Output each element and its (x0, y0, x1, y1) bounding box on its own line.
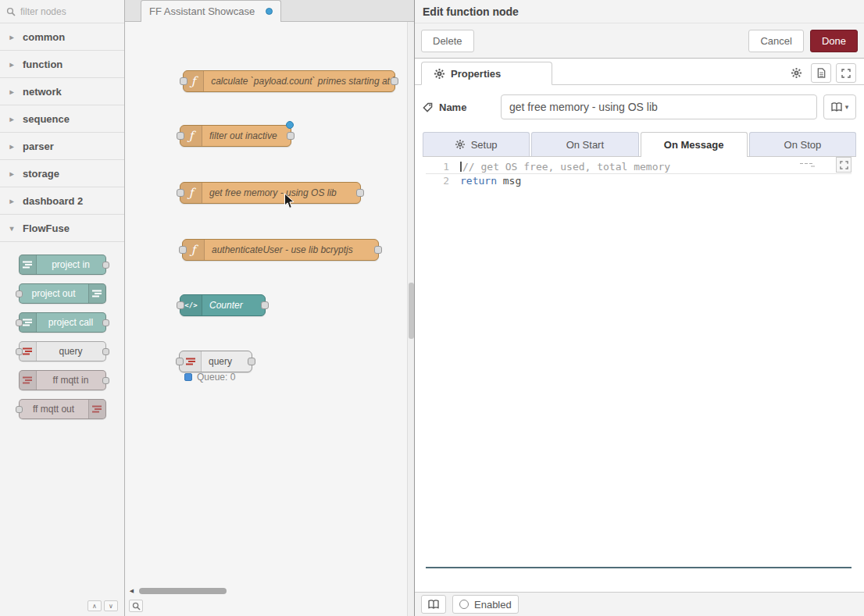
palette-node-label: project call (37, 313, 105, 332)
node-output-port[interactable] (102, 377, 109, 384)
chevron-right-icon: ▸ (8, 142, 16, 151)
palette-category-dashboard2[interactable]: ▸dashboard 2 (0, 187, 124, 215)
library-button[interactable] (421, 595, 446, 614)
expand-editor-button[interactable] (836, 63, 856, 83)
book-icon (831, 102, 842, 112)
flow-node-counter[interactable]: </> Counter (180, 294, 266, 316)
vertical-scrollbar-thumb[interactable] (409, 283, 414, 339)
category-label: common (23, 31, 65, 43)
node-name-input[interactable] (501, 94, 817, 119)
cancel-button[interactable]: Cancel (748, 30, 803, 52)
palette-category-function[interactable]: ▸function (0, 51, 124, 78)
workspace-search-button[interactable] (129, 600, 143, 612)
gear-icon (434, 69, 444, 79)
scroll-left-button[interactable]: ◀ (127, 586, 137, 595)
flow-tab-ff-assistant-showcase[interactable]: FF Assistant Showcase (141, 0, 281, 22)
delete-button[interactable]: Delete (421, 30, 474, 52)
category-label: function (23, 59, 62, 70)
node-modified-indicator (286, 121, 294, 129)
node-output-port[interactable] (102, 262, 109, 269)
node-input-port[interactable] (180, 77, 187, 85)
flow-node-label: calculate `payload.count` primes startin… (204, 71, 395, 91)
node-input-port[interactable] (176, 358, 184, 365)
node-input-port[interactable] (16, 348, 23, 355)
palette-node-project-in[interactable]: project in (19, 255, 106, 275)
tab-properties[interactable]: Properties (421, 62, 552, 85)
palette-node-query[interactable]: query (19, 341, 106, 361)
palette-category-storage[interactable]: ▸storage (0, 160, 124, 187)
flow-node-label: Counter (202, 295, 250, 315)
code-editor[interactable]: 1 // get OS free, used, total memory 2 r… (426, 157, 852, 568)
node-input-port[interactable] (16, 406, 23, 413)
code-line: 2 return msg (426, 174, 852, 188)
palette-category-sequence[interactable]: ▸sequence (0, 105, 124, 133)
node-input-port[interactable] (177, 132, 184, 140)
text-cursor (460, 162, 462, 172)
palette-category-network[interactable]: ▸network (0, 78, 124, 105)
flow-node-filter-out-inactive[interactable]: ƒ filter out inactive (180, 125, 291, 147)
node-output-port[interactable] (287, 132, 295, 140)
palette-node-ff-mqtt-out[interactable]: ff mqtt out (19, 399, 106, 419)
status-text: Queue: 0 (197, 372, 235, 383)
node-output-port[interactable] (102, 319, 109, 326)
toggle-circle-icon (459, 600, 469, 609)
palette-category-common[interactable]: ▸common (0, 23, 124, 51)
node-settings-button[interactable] (786, 63, 806, 83)
expand-all-categories-button[interactable]: ∨ (104, 600, 118, 611)
flow-node-label: authenticateUser - use lib bcryptjs (205, 240, 360, 260)
flowfuse-stripes-icon (20, 255, 37, 274)
node-output-port[interactable] (102, 348, 109, 355)
library-dropdown-button[interactable]: ▾ (823, 94, 856, 119)
flow-node-query[interactable]: query (179, 351, 252, 372)
node-help-button[interactable] (811, 63, 831, 83)
node-red-editor: ▸common ▸function ▸network ▸sequence ▸pa… (0, 0, 864, 616)
category-label: storage (23, 168, 59, 180)
palette-node-label: ff mqtt out (20, 400, 88, 418)
line-number: 1 (426, 160, 460, 173)
chevron-right-icon: ▸ (8, 197, 16, 205)
workspace-tab-bar: FF Assistant Showcase (125, 0, 414, 22)
palette-node-project-call[interactable]: project call (19, 312, 106, 333)
node-output-port[interactable] (261, 301, 269, 309)
node-output-port[interactable] (374, 246, 382, 254)
node-output-port[interactable] (356, 189, 364, 197)
flow-node-calculate-primes[interactable]: ƒ calculate `payload.count` primes start… (183, 70, 395, 92)
node-input-port[interactable] (177, 189, 184, 197)
expand-icon (841, 69, 851, 78)
tab-on-start[interactable]: On Start (531, 132, 638, 156)
enabled-toggle-button[interactable]: Enabled (452, 595, 519, 614)
expand-code-editor-button[interactable] (836, 157, 852, 173)
flow-node-get-free-memory[interactable]: ƒ get free memory - using OS lib (180, 182, 361, 204)
flow-workspace[interactable]: FF Assistant Showcase ƒ calculate `paylo… (125, 0, 414, 616)
collapse-all-categories-button[interactable]: ∧ (87, 600, 102, 611)
properties-actions (786, 63, 856, 83)
node-input-port[interactable] (177, 301, 184, 309)
palette-node-label: query (37, 342, 105, 361)
tab-on-message[interactable]: On Message (641, 132, 748, 157)
node-output-port[interactable] (391, 77, 398, 85)
chevron-right-icon: ▸ (8, 33, 16, 41)
palette-node-ff-mqtt-in[interactable]: ff mqtt in (19, 370, 106, 390)
search-icon (132, 602, 141, 611)
mouse-cursor (284, 193, 295, 213)
palette-node-project-out[interactable]: project out (19, 283, 106, 304)
tab-on-stop[interactable]: On Stop (749, 132, 856, 156)
category-label: FlowFuse (23, 223, 70, 234)
book-icon (428, 600, 439, 609)
tab-setup[interactable]: Setup (423, 132, 530, 156)
node-output-port[interactable] (248, 358, 255, 365)
palette-search-input[interactable] (20, 6, 108, 17)
node-input-port[interactable] (16, 290, 23, 297)
name-row: Name ▾ (423, 94, 856, 119)
gear-icon (791, 68, 802, 78)
flow-node-authenticate-user[interactable]: ƒ authenticateUser - use lib bcryptjs (182, 239, 379, 261)
code-line: 1 // get OS free, used, total memory (426, 160, 852, 174)
done-button[interactable]: Done (810, 30, 858, 52)
palette-category-flowfuse[interactable]: ▾FlowFuse (0, 215, 124, 242)
status-dot-icon (184, 373, 192, 381)
document-icon (817, 68, 826, 78)
horizontal-scrollbar-thumb[interactable] (139, 588, 227, 594)
node-input-port[interactable] (179, 246, 187, 254)
palette-category-parser[interactable]: ▸parser (0, 133, 124, 160)
node-input-port[interactable] (16, 319, 23, 326)
